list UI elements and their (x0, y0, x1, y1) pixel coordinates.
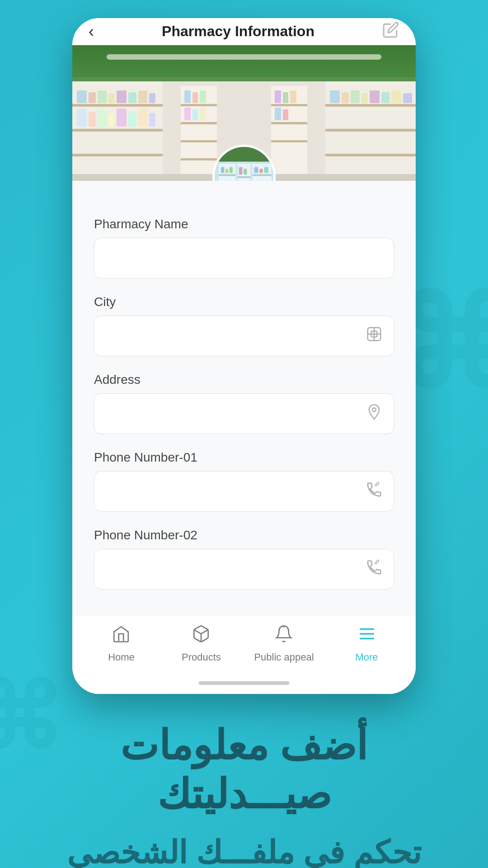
svg-rect-31 (192, 92, 198, 103)
svg-rect-73 (254, 167, 258, 173)
nav-item-home[interactable]: Home (94, 624, 148, 663)
city-group: City (94, 295, 394, 356)
svg-rect-47 (325, 129, 416, 132)
svg-rect-34 (192, 109, 198, 120)
svg-rect-61 (219, 174, 235, 176)
phone2-icon (366, 559, 383, 580)
city-input-wrapper (94, 316, 394, 356)
phone-screen: ‹ Pharmacy Information (72, 18, 416, 694)
address-input-wrapper (94, 393, 394, 434)
phone1-input-wrapper (94, 471, 394, 512)
svg-rect-53 (370, 90, 380, 103)
phone2-label: Phone Number-02 (94, 528, 394, 542)
phone1-label: Phone Number-01 (94, 450, 394, 465)
svg-rect-27 (181, 122, 217, 124)
location-pin-icon (366, 403, 383, 424)
svg-rect-38 (271, 122, 307, 124)
svg-rect-74 (259, 169, 263, 173)
svg-rect-12 (117, 90, 127, 103)
svg-rect-54 (381, 92, 389, 103)
address-field[interactable] (105, 407, 366, 421)
svg-rect-11 (108, 93, 115, 103)
arabic-section: أضف معلومات صيـــدليتك تحكم في ملفـــك ا… (0, 694, 488, 868)
svg-rect-30 (184, 90, 191, 103)
pharmacy-name-input-wrapper (94, 238, 394, 278)
svg-rect-20 (117, 108, 127, 127)
nav-label-more: More (355, 651, 378, 663)
svg-rect-6 (72, 129, 163, 132)
avatar-container: ✓ (212, 145, 276, 181)
city-label: City (94, 295, 394, 309)
svg-rect-49 (330, 90, 340, 103)
svg-rect-69 (244, 169, 247, 175)
nav-item-public-appeal[interactable]: Public appeal (254, 624, 314, 663)
svg-rect-51 (351, 90, 360, 103)
form-area: Pharmacy Name City (72, 181, 416, 615)
top-bar: ‹ Pharmacy Information (72, 18, 416, 45)
svg-rect-13 (128, 92, 136, 103)
svg-rect-16 (77, 108, 87, 127)
svg-rect-7 (72, 154, 163, 156)
nav-label-public-appeal: Public appeal (254, 651, 314, 663)
address-label: Address (94, 373, 394, 387)
svg-rect-46 (325, 104, 416, 107)
svg-rect-68 (239, 167, 242, 175)
svg-rect-43 (275, 108, 281, 120)
phone-frame: ‹ Pharmacy Information (0, 0, 488, 694)
ceiling (72, 45, 416, 77)
svg-rect-59 (215, 147, 273, 162)
phone2-input-wrapper (94, 549, 394, 590)
pharmacy-name-field[interactable] (105, 251, 383, 265)
svg-rect-52 (361, 93, 368, 103)
back-button[interactable]: ‹ (89, 22, 94, 41)
nav-label-home: Home (108, 651, 135, 663)
svg-rect-19 (108, 113, 115, 127)
svg-rect-18 (98, 108, 107, 127)
svg-rect-29 (181, 158, 217, 160)
home-icon (112, 624, 131, 648)
phone2-group: Phone Number-02 (94, 528, 394, 590)
svg-rect-40 (275, 90, 281, 103)
menu-icon (357, 624, 376, 648)
phone1-field[interactable] (105, 485, 366, 499)
nav-label-products: Products (182, 651, 221, 663)
arabic-heading: أضف معلومات صيـــدليتك (36, 721, 452, 819)
svg-rect-32 (200, 90, 206, 103)
home-bar (199, 681, 289, 685)
address-group: Address (94, 373, 394, 434)
box-icon (192, 624, 211, 648)
svg-rect-41 (283, 92, 288, 103)
arabic-subheading: تحكم في ملفـــك الشخصي بسهولة (36, 832, 452, 868)
svg-rect-26 (181, 104, 217, 106)
svg-rect-48 (325, 154, 416, 156)
edit-button[interactable] (382, 21, 399, 42)
pharmacy-interior: ✓ (72, 45, 416, 181)
phone1-icon (366, 481, 383, 502)
hero-image: ✓ (72, 45, 416, 181)
nav-item-products[interactable]: Products (174, 624, 228, 663)
svg-rect-35 (200, 108, 206, 120)
svg-rect-22 (138, 108, 147, 127)
bottom-nav: Home Products (72, 615, 416, 677)
phone2-field[interactable] (105, 562, 366, 576)
svg-rect-8 (77, 90, 87, 103)
svg-rect-39 (271, 140, 307, 142)
svg-rect-23 (149, 113, 155, 127)
avatar-illustration (215, 147, 273, 181)
svg-rect-15 (149, 93, 155, 103)
pharmacy-name-group: Pharmacy Name (94, 217, 394, 278)
home-indicator (72, 677, 416, 694)
svg-rect-50 (342, 92, 349, 103)
svg-rect-71 (253, 174, 272, 176)
avatar (212, 145, 276, 181)
svg-rect-63 (221, 167, 224, 173)
svg-rect-56 (403, 93, 412, 103)
svg-rect-28 (181, 140, 217, 142)
city-field[interactable] (105, 329, 366, 343)
svg-rect-14 (138, 90, 147, 103)
pencil-icon (382, 21, 399, 38)
svg-rect-42 (290, 90, 296, 103)
nav-item-more[interactable]: More (340, 624, 394, 663)
svg-point-80 (372, 408, 376, 411)
svg-rect-33 (184, 108, 191, 120)
